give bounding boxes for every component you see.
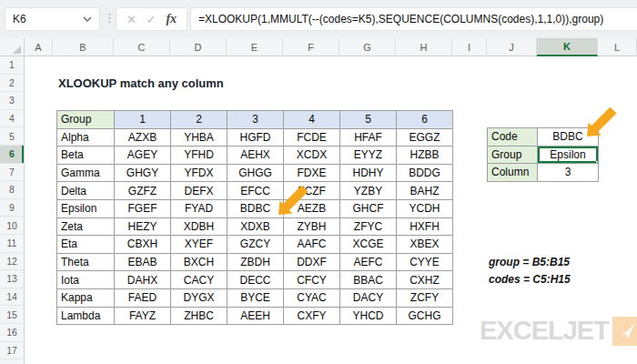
row-header[interactable]: 5 <box>0 127 24 146</box>
fx-icon[interactable]: fx <box>166 12 177 26</box>
table-cell[interactable]: CACY <box>171 271 228 289</box>
table-cell[interactable]: HZBB <box>397 147 453 165</box>
table-header-cell[interactable]: 6 <box>397 111 453 129</box>
row-header[interactable]: 11 <box>0 235 24 253</box>
row-header[interactable]: 3 <box>0 92 24 110</box>
table-cell[interactable]: FAED <box>115 288 171 307</box>
table-cell[interactable]: BYCE <box>228 288 284 307</box>
table-header-cell[interactable]: 4 <box>284 111 340 129</box>
table-cell[interactable]: HDHY <box>340 164 397 182</box>
lookup-label-code[interactable]: Code <box>488 128 538 147</box>
table-cell[interactable]: DYGX <box>171 288 228 307</box>
table-cell[interactable]: BXCH <box>171 253 228 271</box>
table-header-cell[interactable]: 1 <box>115 111 171 129</box>
table-cell[interactable]: AEHX <box>228 147 284 165</box>
lookup-value-column[interactable]: 3 <box>538 164 599 182</box>
row-header-selected[interactable]: 6 <box>0 146 24 164</box>
table-cell[interactable]: Iota <box>57 271 115 289</box>
name-box[interactable]: K6 <box>5 7 100 31</box>
cancel-icon[interactable]: ✕ <box>126 13 136 26</box>
table-cell[interactable]: Eta <box>57 236 115 254</box>
table-cell[interactable]: XDXB <box>228 217 284 236</box>
row-header[interactable]: 1 <box>0 56 24 75</box>
table-cell[interactable]: XCDX <box>284 147 340 165</box>
table-cell[interactable]: Gamma <box>57 164 115 182</box>
table-cell[interactable]: AEEH <box>228 307 284 325</box>
table-cell[interactable]: YFDX <box>171 164 228 182</box>
table-cell[interactable]: HEZY <box>115 217 171 236</box>
table-cell[interactable]: ZYBH <box>284 217 340 236</box>
lookup-label-group[interactable]: Group <box>488 146 538 164</box>
row-header[interactable]: 2 <box>0 75 24 93</box>
table-cell[interactable]: AGEY <box>115 147 171 165</box>
table-cell[interactable]: FYAD <box>171 199 228 217</box>
table-cell[interactable]: FCDE <box>284 128 340 147</box>
table-cell[interactable]: XCGE <box>340 236 397 254</box>
table-cell[interactable]: CYAC <box>284 288 340 307</box>
column-header[interactable]: J <box>487 38 537 56</box>
row-header[interactable]: 13 <box>0 270 24 288</box>
column-header[interactable]: I <box>452 38 487 56</box>
table-cell[interactable]: ZHBC <box>171 307 228 325</box>
confirm-icon[interactable]: ✓ <box>147 13 157 26</box>
table-cell[interactable]: DDXF <box>284 253 340 271</box>
table-cell[interactable]: CFCY <box>284 271 340 289</box>
table-cell[interactable]: AEFC <box>340 253 397 271</box>
table-cell[interactable]: EGGZ <box>397 128 453 147</box>
table-cell[interactable]: YZBY <box>340 182 397 200</box>
selected-cell-k6[interactable]: Epsilon <box>538 146 599 164</box>
table-cell[interactable]: CBXH <box>115 236 171 254</box>
column-header[interactable]: G <box>339 38 396 56</box>
row-header[interactable]: 17 <box>0 342 24 360</box>
column-header[interactable]: B <box>53 38 114 56</box>
table-cell[interactable]: HXFH <box>397 217 453 236</box>
table-cell[interactable]: AAFC <box>284 236 340 254</box>
table-cell[interactable]: FDXE <box>284 164 340 182</box>
table-cell[interactable]: HFAF <box>340 128 397 147</box>
table-cell[interactable]: GCHG <box>397 307 453 325</box>
column-header[interactable]: A <box>25 38 53 56</box>
table-cell[interactable]: DEFX <box>171 182 228 200</box>
table-cell[interactable]: GHCF <box>340 199 397 217</box>
table-header-cell[interactable]: Group <box>57 111 115 129</box>
table-header-cell[interactable]: 3 <box>228 111 284 129</box>
table-cell[interactable]: Epsilon <box>57 199 115 217</box>
table-cell[interactable]: DACY <box>340 288 397 307</box>
table-cell[interactable]: XYEF <box>171 236 228 254</box>
table-cell[interactable]: YFHD <box>171 147 228 165</box>
row-header[interactable]: 4 <box>0 110 24 128</box>
table-cell[interactable]: Alpha <box>57 128 115 147</box>
table-cell[interactable]: XBEX <box>397 236 453 254</box>
column-header[interactable]: C <box>114 38 170 56</box>
lookup-label-column[interactable]: Column <box>488 164 538 182</box>
column-header[interactable]: D <box>170 38 227 56</box>
row-header[interactable]: 9 <box>0 199 24 217</box>
column-header[interactable]: F <box>283 38 339 56</box>
formula-input[interactable]: =XLOOKUP(1,MMULT(--(codes=K5),SEQUENCE(C… <box>190 7 637 31</box>
table-cell[interactable]: GHGG <box>228 164 284 182</box>
table-cell[interactable]: Lambda <box>57 307 115 325</box>
row-header[interactable]: 10 <box>0 217 24 235</box>
table-cell[interactable]: Theta <box>57 253 115 271</box>
table-cell[interactable]: YHCD <box>340 307 397 325</box>
table-cell[interactable]: YHBA <box>171 128 228 147</box>
table-cell[interactable]: ZCFY <box>397 288 453 307</box>
table-cell[interactable]: EBAB <box>115 253 171 271</box>
row-header[interactable]: 7 <box>0 164 24 182</box>
table-cell[interactable]: FAYZ <box>115 307 171 325</box>
column-header[interactable]: H <box>396 38 452 56</box>
table-cell[interactable]: AZXB <box>115 128 171 147</box>
table-header-cell[interactable]: 2 <box>171 111 228 129</box>
table-cell[interactable]: BAHZ <box>397 182 453 200</box>
select-all-corner[interactable] <box>0 38 25 56</box>
table-cell[interactable]: GZCY <box>228 236 284 254</box>
row-header[interactable]: 16 <box>0 324 24 342</box>
table-cell[interactable]: GHGY <box>115 164 171 182</box>
table-cell[interactable]: CXHZ <box>397 271 453 289</box>
table-cell[interactable]: YCDH <box>397 199 453 217</box>
table-header-cell[interactable]: 5 <box>340 111 397 129</box>
column-header-selected[interactable]: K <box>537 38 598 56</box>
row-header[interactable]: 12 <box>0 253 24 271</box>
table-cell[interactable]: EYYZ <box>340 147 397 165</box>
table-cell[interactable]: Kappa <box>57 288 115 307</box>
